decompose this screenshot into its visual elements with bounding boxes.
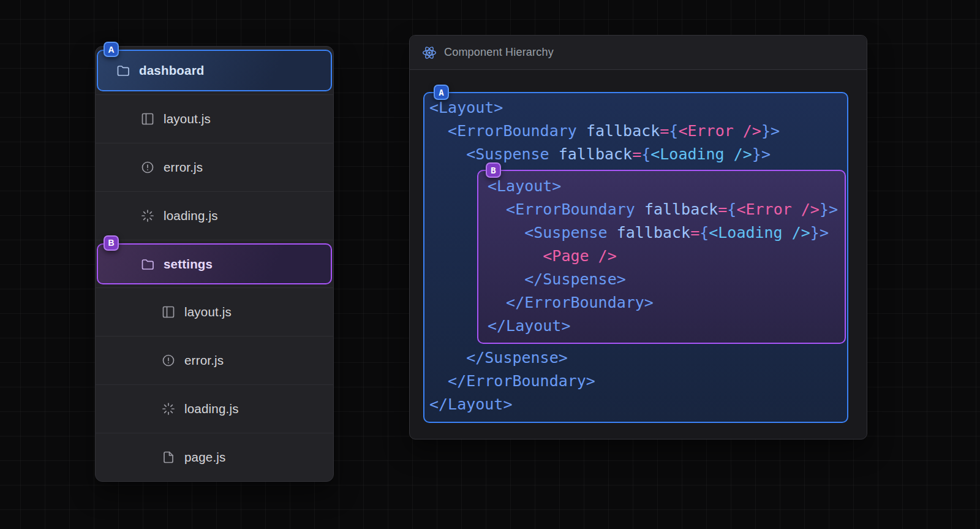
code-lines-outer-bottom: </Suspense> </ErrorBoundary></Layout> bbox=[429, 346, 846, 416]
code-line: </ErrorBoundary> bbox=[429, 370, 846, 393]
tree-item-label: page.js bbox=[184, 450, 226, 465]
tree-item-label: error.js bbox=[184, 353, 224, 368]
file-tree-panel: Adashboardlayout.jserror.jsloading.jsBse… bbox=[95, 46, 334, 482]
highlight-box-b: B bbox=[97, 243, 332, 285]
code-lines-outer-top: <Layout> <ErrorBoundary fallback={<Error… bbox=[429, 96, 846, 166]
page-background: Adashboardlayout.jserror.jsloading.jsBse… bbox=[0, 0, 980, 529]
code-line: <Layout> bbox=[488, 175, 842, 198]
tree-item-loading-js: loading.js bbox=[96, 384, 333, 433]
component-hierarchy-panel: Component Hierarchy A <Layout> <ErrorBou… bbox=[409, 35, 867, 440]
tree-item-error-js: error.js bbox=[96, 143, 333, 191]
folder-icon bbox=[140, 257, 155, 272]
code-scope-b: B <Layout> <ErrorBoundary fallback={<Err… bbox=[477, 170, 846, 344]
tree-item-page-js: page.js bbox=[96, 433, 333, 481]
panel-header: Component Hierarchy bbox=[410, 36, 867, 70]
tree-item-label: settings bbox=[164, 257, 213, 272]
tree-item-error-js: error.js bbox=[96, 336, 333, 384]
badge-a: A bbox=[104, 42, 119, 57]
code-line: </Layout> bbox=[488, 314, 842, 338]
alert-circle-icon bbox=[140, 160, 155, 175]
tree-item-layout-js: layout.js bbox=[96, 287, 333, 336]
layout-icon bbox=[161, 305, 176, 319]
tree-item-label: error.js bbox=[164, 160, 203, 175]
code-line: <Page /> bbox=[488, 245, 842, 268]
tree-item-settings: Bsettings bbox=[96, 240, 333, 288]
code-lines-inner: <Layout> <ErrorBoundary fallback={<Error… bbox=[488, 175, 842, 338]
tree-item-label: loading.js bbox=[184, 402, 239, 416]
react-icon bbox=[422, 45, 437, 60]
loader-icon bbox=[140, 208, 155, 223]
badge-b: B bbox=[486, 162, 501, 178]
alert-circle-icon bbox=[161, 353, 176, 368]
layout-icon bbox=[140, 112, 155, 126]
folder-icon bbox=[116, 63, 130, 78]
tree-item-label: dashboard bbox=[139, 63, 205, 78]
code-line: </Suspense> bbox=[429, 346, 846, 370]
code-line: <Layout> bbox=[429, 96, 846, 120]
code-line: </ErrorBoundary> bbox=[488, 291, 842, 314]
code-line: <Suspense fallback={<Loading />}> bbox=[488, 221, 842, 245]
tree-item-label: layout.js bbox=[164, 112, 211, 126]
panel-title: Component Hierarchy bbox=[444, 46, 554, 59]
code-line: <ErrorBoundary fallback={<Error />}> bbox=[488, 198, 842, 221]
tree-item-dashboard: Adashboard bbox=[96, 47, 333, 94]
code-line: </Suspense> bbox=[488, 268, 842, 291]
code-line: </Layout> bbox=[429, 393, 846, 416]
file-icon bbox=[161, 450, 176, 465]
badge-a: A bbox=[434, 85, 449, 100]
tree-item-loading-js: loading.js bbox=[96, 191, 333, 240]
loader-icon bbox=[161, 402, 176, 416]
code-scope-a: A <Layout> <ErrorBoundary fallback={<Err… bbox=[423, 92, 848, 423]
highlight-box-a: A bbox=[97, 50, 332, 91]
tree-item-layout-js: layout.js bbox=[96, 94, 333, 143]
tree-item-label: loading.js bbox=[164, 208, 218, 223]
tree-item-label: layout.js bbox=[184, 305, 232, 319]
code-line: <ErrorBoundary fallback={<Error />}> bbox=[429, 120, 846, 143]
badge-b: B bbox=[104, 235, 119, 251]
